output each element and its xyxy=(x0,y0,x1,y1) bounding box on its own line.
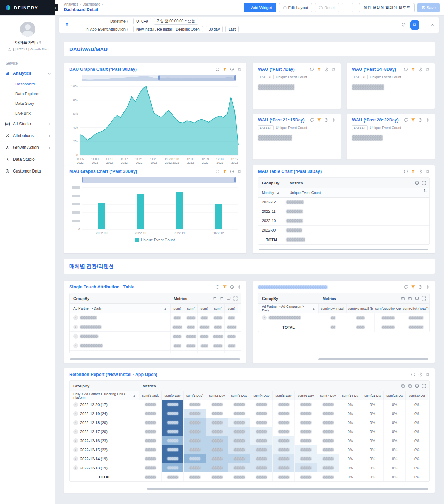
refresh-icon[interactable] xyxy=(310,67,314,72)
sidebar-item-data-studio[interactable]: Data Studio xyxy=(0,153,56,165)
refresh-icon[interactable] xyxy=(411,372,415,377)
metric-column-header[interactable]: sum(14 Da xyxy=(339,391,361,400)
sidebar-item-data-explorer[interactable]: Data Explorer xyxy=(0,89,56,99)
filter-icon[interactable] xyxy=(411,118,415,122)
brush-handle-right[interactable] xyxy=(234,177,236,182)
save-button[interactable]: Save xyxy=(417,3,440,12)
gear-icon[interactable] xyxy=(426,118,430,122)
row-expand-button[interactable]: › xyxy=(262,315,267,320)
expand-icon[interactable] xyxy=(422,296,426,301)
brush-selection[interactable] xyxy=(82,177,236,183)
clock-icon[interactable] xyxy=(418,169,422,174)
metric-column-header[interactable]: sum(0 Day xyxy=(161,391,183,400)
metric-column-header[interactable]: sum(2 Day xyxy=(206,391,228,400)
avatar[interactable] xyxy=(20,22,35,37)
display-icon[interactable] xyxy=(415,296,419,301)
brush-selection[interactable] xyxy=(159,75,236,81)
reset-button[interactable]: Reset xyxy=(315,3,339,12)
metric-column-header[interactable]: sum( xyxy=(184,304,197,313)
arrow-down-icon[interactable] xyxy=(163,307,167,310)
refresh-icon[interactable] xyxy=(215,285,220,289)
row-expand-button[interactable]: › xyxy=(73,325,78,329)
row-expand-button[interactable]: › xyxy=(73,402,78,407)
window-chip[interactable]: 30 day xyxy=(206,26,223,32)
row-expand-button[interactable]: › xyxy=(73,315,78,320)
brush-handle-left[interactable] xyxy=(158,75,160,80)
metric-column-header[interactable]: sum( xyxy=(197,304,211,313)
gear-icon[interactable] xyxy=(426,285,430,289)
more-vertical-icon[interactable] xyxy=(423,23,427,27)
view-settings-icon[interactable] xyxy=(402,23,407,28)
sidebar-item-live-brix[interactable]: Live Brix xyxy=(0,108,56,118)
gear-icon[interactable] xyxy=(426,67,430,72)
collapse-filters-icon[interactable] xyxy=(430,23,435,27)
metric-column-header[interactable]: sum(1 Day) xyxy=(183,391,206,400)
horizontal-scrollbar[interactable] xyxy=(147,488,428,490)
filter-icon[interactable] xyxy=(411,169,415,174)
group-value[interactable]: Ad Partner > Daily xyxy=(70,304,170,313)
row-expand-button[interactable]: › xyxy=(73,429,78,434)
filter-icon[interactable] xyxy=(223,285,227,289)
dau-zoom-brush[interactable] xyxy=(82,75,236,81)
row-expand-button[interactable]: › xyxy=(73,353,78,354)
row-expand-button[interactable]: › xyxy=(73,420,78,425)
gear-icon[interactable] xyxy=(237,67,241,72)
brush-handle-left[interactable] xyxy=(82,177,83,182)
metric-column-header[interactable]: sum(Stand: xyxy=(139,391,161,400)
refresh-icon[interactable] xyxy=(404,67,408,72)
metric-column-header[interactable]: sum(21 Da xyxy=(361,391,383,400)
duplicate-icon[interactable] xyxy=(408,296,412,301)
gear-icon[interactable] xyxy=(332,67,336,72)
row-expand-button[interactable]: › xyxy=(73,456,78,461)
breadcrumb-dashboard[interactable]: Dashboard xyxy=(83,2,100,6)
sidebar-item-growth-action[interactable]: Growth Action xyxy=(0,142,56,153)
copy-icon[interactable] xyxy=(401,384,405,388)
duplicate-icon[interactable] xyxy=(408,384,412,388)
gear-icon[interactable] xyxy=(426,372,430,377)
filter-funnel-icon[interactable] xyxy=(65,22,70,27)
group-value[interactable]: Daily > Ad Partner > Tracking Link > Pla… xyxy=(70,391,139,400)
clock-icon[interactable] xyxy=(230,67,234,72)
row-expand-button[interactable]: › xyxy=(73,411,78,416)
event-types-chip[interactable]: New Install , Re-Install , Deeplink Open xyxy=(133,26,203,32)
brush-handle-right[interactable] xyxy=(234,75,236,80)
sidebar-item-ai-studio[interactable]: AI A.I Studio xyxy=(0,118,56,130)
row-expand-button[interactable]: › xyxy=(73,438,78,443)
mau-legend[interactable]: Unique Event Count xyxy=(64,238,246,242)
sidebar-collapse-button[interactable]: ‹ xyxy=(53,4,58,11)
sidebar-item-customer-data[interactable]: Customer Data xyxy=(0,165,56,177)
mau-zoom-brush[interactable] xyxy=(82,177,236,183)
metric-column-header[interactable]: sum(4 Day xyxy=(250,391,272,400)
arrow-down-icon[interactable] xyxy=(276,191,280,194)
refresh-icon[interactable] xyxy=(310,118,314,122)
metric-column-header[interactable]: sum(Click (Total)) xyxy=(402,304,429,313)
row-expand-button[interactable]: › xyxy=(73,334,78,339)
metric-column-header[interactable]: sum(3 Day xyxy=(228,391,250,400)
duplicate-icon[interactable] xyxy=(220,296,224,301)
refresh-icon[interactable] xyxy=(215,169,220,174)
last-chip[interactable]: Last xyxy=(225,26,239,32)
copy-icon[interactable] xyxy=(213,296,217,301)
clock-icon[interactable] xyxy=(324,118,328,122)
expand-icon[interactable] xyxy=(233,296,238,301)
metric-column-header[interactable]: sum(New Install xyxy=(318,304,346,313)
edit-layout-button[interactable]: Edit Layout xyxy=(279,3,313,12)
filter-icon[interactable] xyxy=(411,285,415,289)
more-button[interactable]: ··· xyxy=(342,3,353,12)
filter-icon[interactable] xyxy=(317,67,321,72)
gear-icon[interactable] xyxy=(237,285,241,289)
refresh-icon[interactable] xyxy=(404,285,408,289)
clock-icon[interactable] xyxy=(418,118,422,122)
filter-settings-button[interactable] xyxy=(410,20,419,30)
horizontal-scrollbar[interactable] xyxy=(318,358,428,360)
group-value[interactable]: Ad Partner > Ad Campaign > Daily xyxy=(258,304,318,313)
row-expand-button[interactable]: › xyxy=(73,343,78,348)
filter-icon[interactable] xyxy=(411,67,415,72)
horizontal-scrollbar[interactable] xyxy=(259,249,428,250)
add-widget-button[interactable]: + Add Widget xyxy=(244,3,276,12)
sidebar-item-analytics[interactable]: Analytics xyxy=(0,67,56,79)
clock-icon[interactable] xyxy=(324,67,328,72)
arrow-down-icon[interactable] xyxy=(311,307,315,310)
clock-icon[interactable] xyxy=(230,169,234,174)
gear-icon[interactable] xyxy=(237,169,241,174)
